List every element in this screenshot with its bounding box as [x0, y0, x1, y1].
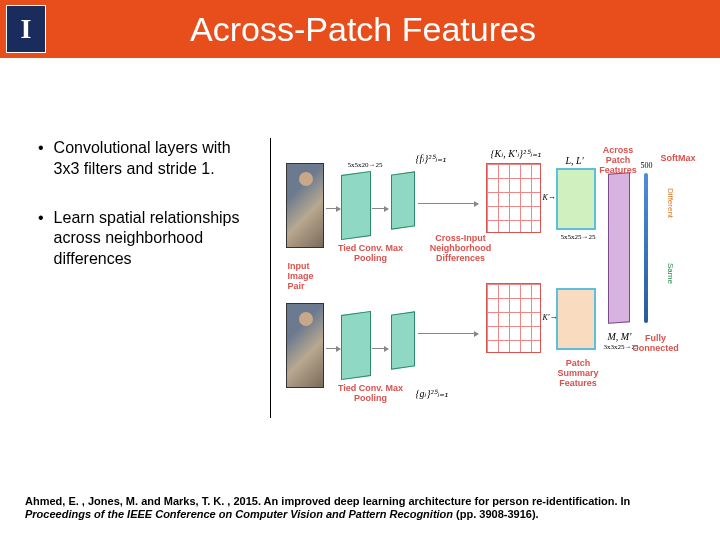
citation-venue: Proceedings of the IEEE Conference on Co…: [25, 508, 453, 520]
bullet-marker: •: [38, 208, 44, 270]
across-patch-block: [608, 172, 630, 324]
input-image-bottom: [286, 303, 324, 388]
conv-layer: [391, 171, 415, 229]
diagram-column: Input Image Pair Tied Conv. Max Pooling …: [270, 138, 700, 418]
fully-connected-label: Fully Connected: [631, 333, 681, 353]
arrow-icon: [418, 333, 478, 334]
diff-map-label: {Kᵢ, K'ᵢ}²⁵ᵢ₌₁: [491, 148, 541, 159]
arrow-icon: [326, 208, 340, 209]
tied-conv-label: Tied Conv. Max Pooling: [336, 243, 406, 263]
diff-grid: [486, 283, 541, 353]
bullet-text: Learn spatial relationships across neigh…: [54, 208, 260, 270]
input-label: Input Image Pair: [288, 261, 328, 291]
diff-grid: [486, 163, 541, 233]
softmax-label: SoftMax: [661, 153, 696, 163]
patch-summary-label: Patch Summary Features: [551, 358, 606, 388]
conv-spec: 5x5x25→25: [561, 233, 596, 241]
conv-layer: [341, 171, 371, 240]
citation: Ahmed, E. , Jones, M. and Marks, T. K. ,…: [25, 495, 695, 523]
person-icon: [286, 163, 324, 248]
arrow-icon: [418, 203, 478, 204]
slide-content: • Convolutional layers with 3x3 filters …: [0, 58, 720, 438]
softmax-block: SoftMax: [661, 153, 696, 163]
output-different: Different: [666, 188, 675, 218]
conv-layer: [391, 311, 415, 369]
bullet-item: • Learn spatial relationships across nei…: [20, 208, 260, 270]
patch-summary-block: [556, 168, 596, 230]
across-patch-label: Across Patch Features: [591, 145, 646, 175]
input-image-top: [286, 163, 324, 248]
slide-header: I Across-Patch Features: [0, 0, 720, 58]
fc-layer: [644, 173, 648, 323]
output-label: L, L': [566, 155, 584, 166]
output-label: M, M': [608, 331, 632, 342]
output-same: Same: [666, 263, 675, 284]
bullet-text: Convolutional layers with 3x3 filters an…: [54, 138, 260, 180]
arrow-icon: [372, 208, 388, 209]
person-icon: [286, 303, 324, 388]
citation-pages: (pp. 3908-3916).: [453, 508, 539, 520]
citation-authors: Ahmed, E. , Jones, M. and Marks, T. K. ,…: [25, 495, 630, 507]
dim-label: 500: [641, 161, 653, 170]
conv-layer: [341, 311, 371, 380]
illinois-logo: I: [6, 5, 46, 53]
arrow-icon: [326, 348, 340, 349]
cross-input-label: Cross-Input Neighborhood Differences: [426, 233, 496, 263]
bullet-marker: •: [38, 138, 44, 180]
arrow-icon: [372, 348, 388, 349]
bullet-item: • Convolutional layers with 3x3 filters …: [20, 138, 260, 180]
patch-summary-block: [556, 288, 596, 350]
feature-map-label: {gᵢ}²⁵ᵢ₌₁: [416, 388, 449, 399]
feature-map-label: {fᵢ}²⁵ᵢ₌₁: [416, 153, 447, 164]
conv-spec: 5x5x20→25: [348, 161, 383, 169]
bullet-column: • Convolutional layers with 3x3 filters …: [20, 138, 270, 418]
tied-conv-label: Tied Conv. Max Pooling: [336, 383, 406, 403]
architecture-diagram: Input Image Pair Tied Conv. Max Pooling …: [286, 133, 696, 423]
slide-title: Across-Patch Features: [46, 10, 680, 49]
